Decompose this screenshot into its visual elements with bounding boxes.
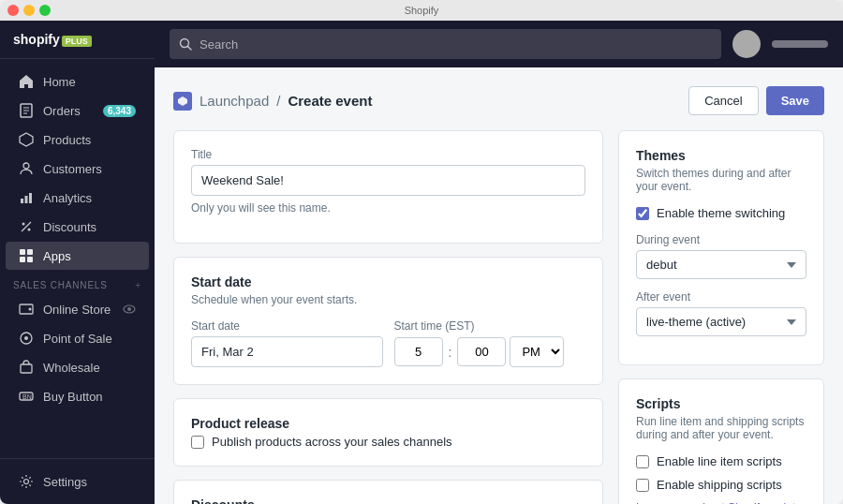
- svg-text:BN: BN: [22, 393, 32, 400]
- sidebar-item-apps[interactable]: Apps: [6, 242, 149, 270]
- time-colon: :: [447, 345, 454, 360]
- title-card: Title Only you will see this name.: [173, 130, 603, 244]
- start-date-input[interactable]: [191, 336, 383, 367]
- start-date-field: Start date: [191, 319, 383, 367]
- discounts-icon: [19, 219, 34, 234]
- line-item-scripts-checkbox[interactable]: [636, 455, 649, 468]
- breadcrumb-parent[interactable]: Launchpad: [200, 93, 269, 109]
- sidebar-item-analytics[interactable]: Analytics: [6, 184, 149, 212]
- line-item-scripts-text: Enable line item scripts: [657, 454, 782, 468]
- svg-rect-8: [29, 193, 32, 203]
- svg-point-19: [127, 307, 131, 311]
- svg-rect-12: [20, 249, 25, 255]
- cancel-button[interactable]: Cancel: [688, 86, 758, 115]
- during-event-label: During event: [636, 233, 806, 246]
- title-hint: Only you will see this name.: [191, 201, 585, 215]
- search-input[interactable]: [200, 37, 712, 52]
- search-bar[interactable]: [170, 29, 721, 59]
- svg-marker-4: [20, 133, 33, 146]
- wholesale-icon: [19, 360, 34, 375]
- sidebar-item-settings[interactable]: Settings: [6, 467, 149, 496]
- sidebar-item-label: Wholesale: [43, 361, 100, 375]
- add-channel-button[interactable]: +: [135, 280, 141, 290]
- svg-point-10: [28, 229, 31, 231]
- after-event-label: After event: [636, 290, 806, 304]
- online-store-icon: [19, 302, 34, 317]
- scripts-subtitle: Run line item and shipping scripts durin…: [636, 415, 806, 441]
- title-label: Title: [191, 148, 585, 161]
- sidebar-item-label: Discounts: [43, 220, 96, 234]
- start-date-title: Start date: [191, 274, 585, 289]
- svg-rect-13: [27, 249, 33, 255]
- main-column: Title Only you will see this name. Start…: [173, 130, 603, 504]
- home-icon: [19, 74, 34, 89]
- line-item-scripts-label[interactable]: Enable line item scripts: [636, 454, 806, 468]
- enable-theme-switching-checkbox[interactable]: [636, 207, 649, 220]
- breadcrumb: Launchpad / Create event: [173, 92, 372, 111]
- sales-channels-section: SALES CHANNELS +: [0, 271, 155, 294]
- title-form-group: Title Only you will see this name.: [191, 148, 585, 215]
- after-event-select[interactable]: live-theme (active): [636, 307, 806, 336]
- breadcrumb-current: Create event: [288, 93, 372, 109]
- sidebar-item-wholesale[interactable]: Wholesale: [6, 353, 149, 381]
- sidebar-item-label: Point of Sale: [43, 332, 112, 346]
- point-of-sale-icon: [19, 331, 34, 346]
- sidebar-item-discounts[interactable]: Discounts: [6, 213, 149, 241]
- start-time-field: Start time (EST) : PM AM: [394, 319, 586, 367]
- sidebar-item-label: Analytics: [43, 191, 92, 205]
- shipping-scripts-text: Enable shipping scripts: [657, 478, 782, 492]
- sidebar-item-buy-button[interactable]: BN Buy Button: [6, 382, 149, 410]
- during-event-select[interactable]: debut: [636, 250, 806, 279]
- sidebar-item-products[interactable]: Products: [6, 126, 149, 154]
- logo-plus: PLUS: [62, 36, 92, 47]
- sidebar-item-online-store[interactable]: Online Store: [6, 295, 149, 323]
- sidebar-item-orders[interactable]: Orders 6,343: [6, 96, 149, 125]
- sidebar-item-customers[interactable]: Customers: [6, 155, 149, 183]
- publish-products-checkbox[interactable]: [191, 436, 204, 449]
- page-content: Launchpad / Create event Cancel Save: [155, 67, 843, 504]
- breadcrumb-separator: /: [276, 93, 280, 109]
- product-release-card: Product release Publish products across …: [173, 398, 603, 467]
- minute-input[interactable]: [457, 337, 506, 366]
- publish-products-checkbox-label[interactable]: Publish products across your sales chann…: [191, 435, 585, 449]
- app-body: shopifyPLUS Home Orders 6,343: [0, 21, 843, 504]
- logo-text: shopify: [13, 32, 60, 47]
- shipping-scripts-checkbox[interactable]: [636, 479, 649, 492]
- two-col-layout: Title Only you will see this name. Start…: [173, 130, 824, 504]
- svg-line-27: [188, 47, 192, 51]
- hour-input[interactable]: [394, 337, 443, 366]
- title-input[interactable]: [191, 165, 585, 196]
- title-bar: Shopify: [0, 0, 843, 21]
- sidebar-item-point-of-sale[interactable]: Point of Sale: [6, 324, 149, 352]
- scripts-card: Scripts Run line item and shipping scrip…: [618, 378, 824, 504]
- topbar: [155, 21, 843, 67]
- sidebar-logo: shopifyPLUS: [0, 21, 155, 59]
- buy-button-icon: BN: [19, 389, 34, 404]
- user-name-placeholder: [772, 40, 828, 48]
- save-button[interactable]: Save: [766, 86, 824, 115]
- svg-rect-22: [21, 364, 32, 373]
- sidebar-bottom: Settings: [0, 458, 155, 504]
- shipping-scripts-label[interactable]: Enable shipping scripts: [636, 478, 806, 492]
- search-icon: [179, 37, 192, 51]
- sidebar-item-label: Buy Button: [43, 390, 103, 404]
- header-actions: Cancel Save: [688, 86, 824, 115]
- sidebar-item-label: Home: [43, 75, 76, 89]
- product-release-title: Product release: [191, 416, 585, 431]
- ampm-select[interactable]: PM AM: [510, 336, 564, 367]
- close-button[interactable]: [7, 5, 19, 16]
- user-avatar: [732, 30, 761, 58]
- apps-icon: [19, 248, 34, 263]
- maximize-button[interactable]: [39, 5, 51, 16]
- enable-theme-switching-label[interactable]: Enable theme switching: [636, 206, 806, 220]
- sidebar-item-home[interactable]: Home: [6, 67, 149, 96]
- svg-point-17: [29, 308, 32, 311]
- minimize-button[interactable]: [23, 5, 35, 16]
- start-time-label: Start time (EST): [394, 319, 586, 333]
- orders-badge: 6,343: [103, 105, 136, 117]
- discounts-card: Discounts Apply discounts to your produc…: [173, 480, 603, 504]
- publish-products-label: Publish products across your sales chann…: [212, 435, 452, 449]
- sidebar-item-label: Online Store: [43, 303, 111, 317]
- analytics-icon: [19, 190, 34, 205]
- main-area: Launchpad / Create event Cancel Save: [155, 21, 843, 504]
